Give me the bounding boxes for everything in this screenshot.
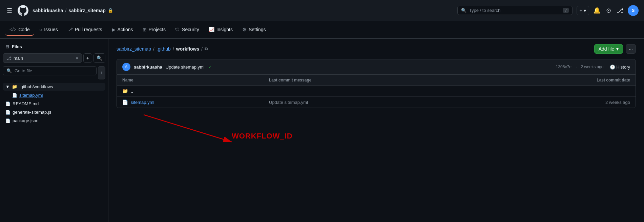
search-placeholder: Type / to search: [469, 8, 501, 13]
issues-icon: ○: [39, 27, 42, 32]
add-button[interactable]: + ▾: [577, 6, 589, 15]
path-github[interactable]: .github: [157, 46, 171, 52]
top-nav: ☰ sabbirkuasha / sabbirz_sitemap 🔒 🔍 Typ…: [0, 0, 644, 21]
col-name: Name: [122, 78, 269, 82]
branch-chevron: ▾: [76, 56, 78, 61]
add-file-dropdown-icon: ▾: [616, 46, 619, 52]
content-area: sabbirz_sitemap / .github / workflows / …: [108, 39, 644, 222]
hamburger-button[interactable]: ☰: [5, 5, 14, 16]
avatar[interactable]: S: [628, 5, 639, 16]
add-file-button[interactable]: Add file ▾: [594, 44, 623, 54]
tree-file-readme[interactable]: 📄 README.md: [3, 100, 105, 108]
tab-code-label: Code: [18, 27, 29, 32]
folder-icon: 📁: [12, 84, 17, 89]
path-owner[interactable]: sabbirz_sitemap: [117, 46, 151, 52]
table-row-parent[interactable]: 📁 ..: [117, 86, 636, 97]
tree-file-package-label: package.json: [13, 118, 39, 123]
sidebar-search-icon: 🔍: [6, 68, 12, 73]
sidebar-search[interactable]: 🔍 Go to file: [3, 66, 97, 75]
tab-projects[interactable]: ⊞ Projects: [139, 24, 170, 36]
svg-line-1: [144, 115, 232, 142]
file-name-sitemap[interactable]: 📄 sitemap.yml: [122, 99, 269, 105]
security-icon: 🛡: [175, 27, 180, 32]
sitemap-yml-link[interactable]: sitemap.yml: [131, 100, 154, 105]
pull-requests-button[interactable]: ⎇: [615, 5, 625, 16]
path-current: workflows: [176, 46, 199, 52]
lock-icon: 🔒: [108, 8, 113, 13]
file-icon-sitemap-table: 📄: [122, 99, 128, 105]
col-date: Last commit date: [562, 78, 630, 82]
folder-collapse-icon: ▼: [5, 84, 10, 89]
tab-insights-label: Insights: [216, 27, 233, 32]
tab-issues-label: Issues: [44, 27, 58, 32]
tab-pull-requests[interactable]: ⎇ Pull requests: [63, 24, 106, 36]
sidebar-branch-row: ⎇ main ▾ + 🔍: [3, 53, 105, 63]
sidebar-search-placeholder: Go to file: [15, 68, 32, 73]
tree-folder-github-workflows[interactable]: ▼ 📁 .github/workflows: [3, 83, 105, 91]
history-link[interactable]: 🕐 History: [610, 64, 630, 70]
pr-tab-icon: ⎇: [67, 27, 73, 32]
tab-code[interactable]: </> Code: [5, 24, 34, 36]
annotation-arrow-svg: [137, 111, 245, 149]
file-tree: ▼ 📁 .github/workflows 📄 sitemap.yml 📄 RE…: [3, 83, 105, 125]
code-icon: </>: [9, 27, 16, 32]
tree-file-generate-sitemap[interactable]: 📄 generate-sitemap.js: [3, 108, 105, 116]
path-sep-3: /: [201, 46, 203, 52]
breadcrumb-owner[interactable]: sabbirkuasha: [33, 8, 63, 13]
sidebar-header: ⊟ Files: [3, 43, 105, 53]
tab-pr-label: Pull requests: [75, 27, 102, 32]
copy-path-button[interactable]: ⧉: [205, 46, 208, 52]
table-row-sitemap-yml[interactable]: 📄 sitemap.yml Update sitemap.yml 2 weeks…: [117, 97, 636, 108]
file-icon-readme: 📄: [5, 101, 11, 106]
search-files-button[interactable]: 🔍: [94, 53, 105, 63]
tree-file-generate-sitemap-label: generate-sitemap.js: [13, 110, 51, 115]
commit-bar: S sabbirkuasha Update sitemap.yml ✓ 1305…: [117, 59, 636, 75]
tab-insights[interactable]: 📈 Insights: [205, 24, 237, 36]
settings-icon: ⚙: [242, 27, 247, 32]
path-sep-2: /: [173, 46, 174, 52]
branch-selector[interactable]: ⎇ main ▾: [3, 53, 82, 63]
file-icon-generate-sitemap: 📄: [5, 110, 11, 115]
tab-settings-label: Settings: [249, 27, 266, 32]
more-button[interactable]: ···: [626, 44, 636, 54]
branch-name: main: [14, 56, 23, 61]
tree-file-package-json[interactable]: 📄 package.json: [3, 117, 105, 125]
annotation-area: WORKFLOW_ID: [117, 115, 636, 149]
file-name-parent[interactable]: 📁 ..: [122, 88, 269, 94]
folder-name: .github/workflows: [19, 84, 53, 89]
path-sep-1: /: [153, 46, 154, 52]
pr-icon: ⎇: [617, 7, 624, 14]
github-logo: [18, 5, 28, 16]
tree-file-sitemap-yml[interactable]: 📄 sitemap.yml: [3, 91, 105, 99]
commit-time: 2 weeks ago: [581, 64, 603, 69]
search-shortcut: /: [563, 8, 569, 13]
sub-nav: </> Code ○ Issues ⎇ Pull requests ▶ Acti…: [0, 21, 644, 39]
insights-icon: 📈: [209, 27, 214, 32]
sidebar-badge-label: t: [101, 70, 102, 75]
commit-avatar: S: [122, 63, 130, 71]
file-icon-package: 📄: [5, 118, 11, 123]
panel-icon: ⊟: [5, 44, 9, 49]
sidebar-search-badge[interactable]: t: [98, 66, 105, 79]
commit-message: Update sitemap.yml: [166, 64, 205, 70]
tab-security[interactable]: 🛡 Security: [171, 24, 203, 36]
notifications-button[interactable]: 🔔: [592, 5, 602, 16]
tab-security-label: Security: [182, 27, 199, 32]
tab-issues[interactable]: ○ Issues: [35, 24, 62, 36]
tab-actions-label: Actions: [118, 27, 133, 32]
file-icon-sitemap: 📄: [12, 93, 17, 98]
tab-projects-label: Projects: [149, 27, 166, 32]
search-bar[interactable]: 🔍 Type / to search /: [457, 6, 573, 15]
branch-git-icon: ⎇: [6, 56, 12, 61]
issues-button[interactable]: ⊙: [605, 5, 612, 16]
annotation-label: WORKFLOW_ID: [232, 132, 293, 141]
add-branch-button[interactable]: +: [83, 53, 92, 63]
parent-dir-label: ..: [131, 89, 133, 94]
commit-user[interactable]: sabbirkuasha: [134, 64, 162, 70]
tab-actions[interactable]: ▶ Actions: [108, 24, 137, 36]
sidebar-title: Files: [12, 44, 22, 49]
projects-icon: ⊞: [143, 27, 147, 32]
tab-settings[interactable]: ⚙ Settings: [238, 24, 270, 36]
bell-icon: 🔔: [593, 7, 601, 14]
tree-file-sitemap-label: sitemap.yml: [19, 93, 43, 98]
